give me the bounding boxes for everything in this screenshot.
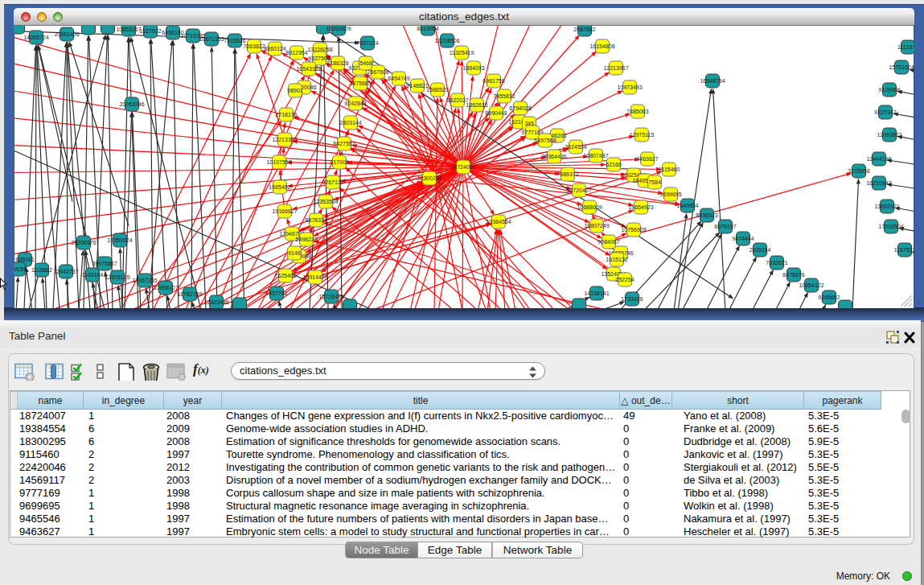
svg-text:8990448: 8990448	[485, 110, 507, 116]
svg-text:16210643: 16210643	[866, 180, 891, 186]
svg-text:14055724: 14055724	[23, 35, 48, 40]
svg-text:18807249: 18807249	[584, 223, 609, 229]
svg-text:9245652: 9245652	[818, 295, 840, 300]
svg-text:10654122: 10654122	[799, 282, 823, 288]
svg-text:16033809: 16033809	[326, 26, 351, 31]
svg-text:20364436: 20364436	[541, 154, 566, 159]
svg-text:9129966: 9129966	[878, 87, 900, 93]
svg-text:7357224: 7357224	[356, 40, 378, 46]
svg-text:13692971: 13692971	[874, 204, 899, 209]
svg-text:12213383: 12213383	[272, 137, 297, 142]
svg-text:8427552: 8427552	[333, 141, 355, 146]
svg-text:7515526: 7515526	[224, 38, 245, 43]
svg-text:10107559: 10107559	[266, 159, 291, 165]
svg-text:9463627: 9463627	[636, 156, 658, 162]
svg-text:7632621: 7632621	[766, 260, 787, 266]
svg-text:5468: 5468	[359, 60, 372, 66]
svg-text:15720407: 15720407	[566, 187, 591, 193]
svg-text:10958107: 10958107	[153, 285, 178, 290]
svg-text:12923446: 12923446	[203, 299, 228, 305]
svg-text:12093872: 12093872	[877, 132, 901, 138]
svg-text:417004: 417004	[330, 159, 348, 165]
svg-text:1112374: 1112374	[897, 44, 914, 50]
svg-text:6497568: 6497568	[534, 138, 556, 143]
svg-text:3215958: 3215958	[848, 168, 869, 174]
svg-text:20691406: 20691406	[54, 31, 79, 37]
svg-text:1588520: 1588520	[426, 87, 448, 93]
svg-text:62160: 62160	[606, 162, 622, 167]
svg-text:1115682: 1115682	[31, 267, 52, 273]
svg-text:9699695: 9699695	[659, 192, 681, 197]
svg-text:7955812: 7955812	[493, 93, 515, 99]
svg-text:1527602: 1527602	[139, 28, 161, 34]
svg-text:9146821: 9146821	[406, 83, 428, 89]
svg-text:7584: 7584	[648, 179, 661, 185]
svg-text:12353594: 12353594	[313, 199, 338, 204]
svg-text:7663822: 7663822	[243, 43, 265, 49]
svg-text:10756928: 10756928	[621, 227, 646, 233]
svg-text:19654923: 19654923	[628, 204, 653, 210]
svg-text:6879197: 6879197	[714, 224, 736, 229]
svg-text:10973493: 10973493	[617, 84, 642, 90]
svg-text:1640954: 1640954	[676, 203, 698, 208]
svg-text:10807487: 10807487	[583, 153, 608, 159]
svg-text:1864093: 1864093	[462, 65, 484, 71]
svg-text:2718176: 2718176	[275, 112, 297, 117]
svg-text:2087682: 2087682	[573, 27, 595, 32]
svg-text:15716485: 15716485	[318, 294, 343, 299]
svg-text:8878334: 8878334	[305, 217, 326, 223]
svg-text:1733426: 1733426	[621, 296, 643, 302]
svg-text:12505135: 12505135	[105, 274, 129, 280]
svg-text:39159: 39159	[14, 266, 27, 272]
svg-text:835061: 835061	[15, 257, 34, 262]
svg-text:10653267: 10653267	[116, 27, 141, 32]
svg-text:8912954: 8912954	[285, 50, 307, 56]
svg-text:98901: 98901	[287, 88, 303, 93]
svg-text:16648784: 16648784	[700, 78, 725, 84]
svg-text:252254: 252254	[615, 277, 634, 282]
svg-text:1615132: 1615132	[606, 257, 627, 262]
svg-text:7485063: 7485063	[626, 109, 648, 114]
svg-text:18724007: 18724007	[450, 164, 475, 170]
svg-text:19218506: 19218506	[434, 38, 459, 43]
svg-text:9084067: 9084067	[598, 239, 619, 245]
svg-text:10688609: 10688609	[577, 204, 602, 210]
svg-text:17016504: 17016504	[878, 224, 903, 229]
svg-text:20206576: 20206576	[71, 240, 96, 245]
svg-text:16914479: 16914479	[302, 274, 327, 280]
svg-text:14136141: 14136141	[584, 290, 609, 296]
svg-text:3624554: 3624554	[565, 144, 586, 150]
svg-text:16154808: 16154808	[589, 43, 614, 49]
svg-text:12444196: 12444196	[866, 156, 891, 162]
svg-text:9115460: 9115460	[659, 167, 680, 172]
svg-text:17957255: 17957255	[132, 278, 157, 283]
svg-text:9146: 9146	[288, 250, 301, 256]
svg-text:12213967: 12213967	[603, 65, 628, 71]
svg-text:7986372: 7986372	[556, 171, 578, 177]
svg-text:6961758: 6961758	[483, 78, 504, 84]
svg-text:12942737: 12942737	[53, 269, 78, 274]
svg-text:16782759: 16782759	[177, 291, 202, 297]
svg-text:2935114: 2935114	[749, 247, 771, 253]
svg-text:12975115: 12975115	[630, 132, 655, 138]
svg-text:9457791: 9457791	[265, 290, 287, 296]
svg-text:8813054: 8813054	[417, 26, 438, 31]
svg-text:1362615: 1362615	[466, 102, 487, 108]
svg-text:17359924: 17359924	[107, 237, 132, 243]
svg-text:5498222: 5498222	[295, 237, 317, 242]
svg-text:1965492: 1965492	[269, 184, 290, 190]
svg-text:3267130: 3267130	[322, 179, 343, 185]
svg-text:19384554: 19384554	[486, 219, 511, 225]
svg-text:2867608: 2867608	[367, 69, 388, 75]
svg-text:15751074: 15751074	[889, 64, 914, 70]
svg-text:8938923: 8938923	[696, 212, 717, 218]
svg-text:8454749: 8454749	[388, 76, 409, 81]
svg-text:20053346: 20053346	[119, 101, 144, 107]
svg-text:6794028: 6794028	[509, 105, 531, 111]
svg-text:7625402: 7625402	[274, 273, 296, 278]
svg-text:8478676: 8478676	[782, 272, 804, 278]
svg-text:8186328: 8186328	[326, 60, 348, 66]
svg-text:16671355: 16671355	[199, 36, 224, 42]
svg-text:3875685: 3875685	[349, 80, 371, 86]
svg-text:8860124: 8860124	[264, 46, 285, 51]
